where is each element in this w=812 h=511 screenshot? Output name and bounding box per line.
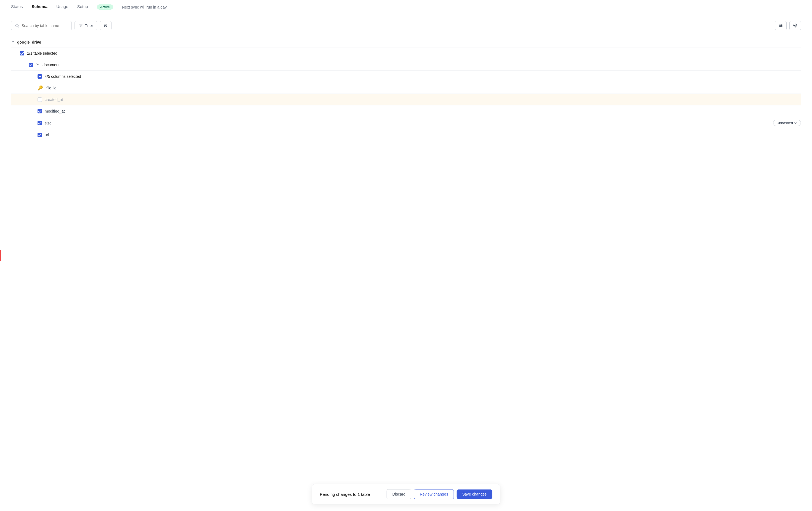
toolbar: Filter [11, 21, 801, 30]
svg-line-1 [18, 27, 19, 28]
tab-status[interactable]: Status [11, 0, 23, 14]
columns-selected-content: 4/5 columns selected [11, 74, 801, 79]
settings-button[interactable] [789, 21, 801, 30]
key-icon: 🔑 [37, 85, 43, 90]
url-content: url [11, 133, 801, 137]
bottom-actions: Discard Review changes Save changes [386, 489, 492, 499]
table-selected-row: 1/1 table selected [11, 47, 801, 59]
search-input[interactable] [22, 24, 68, 28]
settings-icon [793, 24, 798, 28]
main-content: Filter [0, 14, 812, 511]
document-name: document [42, 63, 59, 67]
save-changes-button[interactable]: Save changes [457, 489, 492, 499]
file-id-name: file_id [47, 86, 57, 90]
modified-at-checkbox[interactable] [37, 109, 42, 113]
schema-table: google_drive 1/1 table selected document [11, 37, 801, 141]
url-name: url [45, 133, 49, 137]
discard-button[interactable]: Discard [386, 489, 411, 499]
group-name: google_drive [17, 40, 41, 44]
sort-icon [104, 24, 108, 28]
tab-usage[interactable]: Usage [56, 0, 68, 14]
columns-selected-row: 4/5 columns selected [11, 70, 801, 82]
tab-setup[interactable]: Setup [77, 0, 88, 14]
pending-text: Pending changes to 1 table [320, 492, 370, 497]
row-modified-at: modified_at [11, 105, 801, 117]
row-file-id: 🔑 file_id [11, 82, 801, 93]
chevron-down-icon [794, 121, 798, 125]
tab-schema[interactable]: Schema [32, 0, 48, 14]
filter-icon [79, 24, 83, 28]
modified-at-name: modified_at [45, 109, 65, 113]
reorder-icon [779, 24, 783, 28]
table-selected-label: 1/1 table selected [27, 51, 57, 56]
columns-selected-label: 4/5 columns selected [45, 74, 81, 79]
toolbar-left: Filter [11, 21, 112, 30]
size-content: size Unhashed [11, 120, 801, 126]
table-selected-content: 1/1 table selected [11, 51, 801, 56]
row-size: size Unhashed [11, 117, 801, 129]
url-checkbox[interactable] [37, 133, 42, 137]
table-checkbox[interactable] [20, 51, 24, 56]
toolbar-right [775, 21, 801, 30]
unhashed-badge[interactable]: Unhashed [773, 120, 801, 126]
group-header-google-drive[interactable]: google_drive [11, 37, 801, 47]
reorder-button[interactable] [775, 21, 787, 30]
active-badge: Active [97, 4, 113, 10]
sync-text: Next sync will run in a day [122, 5, 167, 9]
unhashed-label: Unhashed [777, 121, 793, 125]
modified-at-content: modified_at [11, 109, 801, 113]
row-url: url [11, 129, 801, 141]
search-box[interactable] [11, 21, 72, 30]
document-content: document [11, 62, 801, 67]
svg-point-11 [794, 25, 796, 27]
document-chevron-icon[interactable] [36, 62, 40, 67]
filter-label: Filter [84, 24, 93, 28]
size-name: size [45, 121, 770, 125]
created-at-content: created_at [11, 97, 801, 102]
file-id-content: 🔑 file_id [11, 85, 801, 90]
columns-checkbox[interactable] [37, 74, 42, 79]
left-red-bar [0, 250, 1, 261]
size-checkbox[interactable] [37, 121, 42, 125]
review-changes-button[interactable]: Review changes [414, 489, 454, 499]
chevron-down-icon [11, 40, 15, 44]
row-created-at: created_at [11, 93, 801, 105]
top-navigation: Status Schema Usage Setup Active Next sy… [0, 0, 812, 14]
sort-button[interactable] [100, 21, 112, 30]
bottom-bar: Pending changes to 1 table Discard Revie… [312, 484, 500, 504]
document-checkbox[interactable] [29, 63, 33, 67]
search-icon [15, 24, 19, 28]
filter-button[interactable]: Filter [75, 21, 97, 30]
created-at-name: created_at [45, 97, 63, 102]
document-row: document [11, 59, 801, 70]
created-at-checkbox[interactable] [37, 97, 42, 102]
